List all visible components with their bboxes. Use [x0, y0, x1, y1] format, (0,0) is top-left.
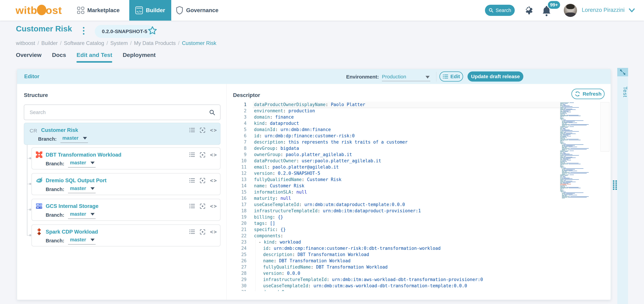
- code-minimap[interactable]: [560, 103, 600, 200]
- update-draft-release-button[interactable]: Update draft release: [468, 71, 523, 82]
- search-icon[interactable]: [209, 109, 216, 116]
- branch-select[interactable]: master: [68, 186, 96, 193]
- settings-button[interactable]: [523, 5, 534, 16]
- dbt-icon: [35, 151, 43, 158]
- code-line-11[interactable]: 11email: paolo.platter@agilelab.it: [226, 164, 611, 170]
- branch-select[interactable]: master: [60, 135, 88, 143]
- focus-target-icon[interactable]: [200, 203, 206, 209]
- code-line-7[interactable]: 7description: this represents the risk t…: [226, 139, 611, 145]
- line-number: 5: [226, 127, 250, 133]
- title-kebab-menu[interactable]: [82, 27, 85, 36]
- witboost-logo[interactable]: witbost: [16, 4, 62, 16]
- code-line-26[interactable]: 26name: DBT Transformation Workload: [226, 258, 611, 264]
- focus-target-icon[interactable]: [200, 127, 206, 133]
- code-line-16[interactable]: 16maturity: null: [226, 195, 611, 201]
- expand-arrows-icon: [619, 69, 626, 75]
- expand-panel-button[interactable]: [617, 68, 628, 76]
- structure-node-4[interactable]: Spark CDP Workload<>Branch:master: [32, 224, 220, 246]
- nav-item-marketplace[interactable]: Marketplace: [71, 0, 126, 21]
- code-line-8[interactable]: 8devGroup: bigdata: [226, 145, 611, 152]
- code-line-13[interactable]: 13fullyQualifiedName: Customer Risk: [226, 176, 611, 183]
- user-avatar[interactable]: [564, 4, 577, 17]
- nav-item-builder[interactable]: Builder: [129, 0, 171, 21]
- node-title[interactable]: DBT Transformation Workload: [46, 152, 121, 158]
- focus-target-icon[interactable]: [200, 152, 206, 158]
- code-line-30[interactable]: 30useCaseTemplateId: urn:dmb:utm:aws-wor…: [226, 283, 611, 289]
- branch-select[interactable]: master: [68, 160, 96, 167]
- favorite-star-icon[interactable]: [148, 26, 157, 35]
- chevron-down-icon[interactable]: [629, 8, 635, 12]
- details-list-icon[interactable]: [189, 177, 195, 184]
- code-line-25[interactable]: 25description: DBT Transformation Worklo…: [226, 252, 611, 258]
- line-number: 31: [226, 289, 250, 291]
- code-line-23[interactable]: 23- kind: workload: [226, 239, 611, 245]
- code-line-27[interactable]: 27fullyQualifiedName: DBT Transformation…: [226, 264, 611, 270]
- breadcrumb-item[interactable]: My Data Products: [134, 40, 176, 46]
- branch-select[interactable]: master: [68, 237, 96, 245]
- structure-node-2[interactable]: Dremio SQL Output Port<>Branch:master: [32, 173, 220, 195]
- code-line-5[interactable]: 5domainId: urn:dmb:dmn:finance: [226, 127, 611, 133]
- code-line-22[interactable]: 22components:: [226, 233, 611, 239]
- code-line-18[interactable]: 18infrastructureTemplateId: urn:dmb:itm:…: [226, 208, 611, 214]
- code-line-21[interactable]: 21specific: {}: [226, 226, 611, 233]
- details-list-icon[interactable]: [189, 229, 195, 235]
- code-line-31[interactable]: 31dependsOn:: [226, 289, 611, 291]
- code-line-19[interactable]: 19billing: {}: [226, 214, 611, 220]
- breadcrumb-item[interactable]: Builder: [41, 40, 58, 46]
- code-view-icon[interactable]: <>: [210, 229, 216, 235]
- node-title[interactable]: Dremio SQL Output Port: [46, 177, 106, 184]
- breadcrumb-item[interactable]: Customer Risk: [182, 40, 216, 46]
- node-title[interactable]: Customer Risk: [41, 127, 78, 133]
- node-title[interactable]: GCS Internal Storage: [46, 203, 98, 209]
- details-list-icon[interactable]: [189, 203, 195, 209]
- refresh-button[interactable]: Refresh: [572, 89, 604, 99]
- structure-search-input[interactable]: [30, 105, 206, 120]
- code-view-icon[interactable]: <>: [210, 127, 216, 133]
- descriptor-code-editor[interactable]: 1dataProductOwnerDisplayName: Paolo Plat…: [226, 102, 611, 291]
- code-view-icon[interactable]: <>: [210, 177, 216, 184]
- breadcrumb-item[interactable]: System: [110, 40, 128, 46]
- code-line-3[interactable]: 3domain: finance: [226, 114, 611, 120]
- structure-node-root[interactable]: CRCustomer Risk<>Branch:master: [24, 123, 220, 145]
- focus-target-icon[interactable]: [200, 177, 206, 184]
- nav-item-governance[interactable]: Governance: [170, 0, 224, 21]
- code-line-10[interactable]: 10dataProductOwner: user:paolo.platter_a…: [226, 158, 611, 164]
- test-panel-tab[interactable]: Test: [617, 80, 628, 104]
- tab-docs[interactable]: Docs: [52, 52, 66, 63]
- edit-button[interactable]: Edit: [440, 71, 463, 82]
- structure-node-3[interactable]: GCS Internal Storage<>Branch:master: [32, 199, 220, 221]
- code-line-14[interactable]: 14name: Customer Risk: [226, 183, 611, 189]
- environment-select[interactable]: Production: [382, 72, 430, 81]
- code-view-icon[interactable]: <>: [210, 203, 216, 209]
- tab-deployment[interactable]: Deployment: [123, 52, 156, 63]
- code-line-2[interactable]: 2environment: production: [226, 108, 611, 114]
- code-view-icon[interactable]: <>: [210, 152, 216, 158]
- code-line-29[interactable]: 29infrastructureTemplateId: urn:dmb:itm:…: [226, 277, 611, 283]
- editor-scrollbar[interactable]: [600, 102, 609, 152]
- structure-node-1[interactable]: DBT Transformation Workload<>Branch:mast…: [32, 148, 220, 169]
- tab-overview[interactable]: Overview: [16, 52, 42, 63]
- code-line-20[interactable]: 20tags: []: [226, 220, 611, 226]
- code-line-1[interactable]: 1dataProductOwnerDisplayName: Paolo Plat…: [226, 102, 611, 108]
- line-number: 19: [226, 214, 250, 220]
- code-line-12[interactable]: 12version: 0.2.0-SNAPSHOT-5: [226, 170, 611, 176]
- code-line-15[interactable]: 15informationSLA: null: [226, 189, 611, 195]
- breadcrumb-item[interactable]: witboost: [16, 40, 35, 46]
- code-line-6[interactable]: 6id: urn:dmb:dp:finance:customer-risk:0: [226, 133, 611, 139]
- breadcrumb-item[interactable]: Software Catalog: [64, 40, 104, 46]
- code-line-24[interactable]: 24id: urn:dmb:cmp:finance:customer-risk:…: [226, 245, 611, 252]
- branch-select[interactable]: master: [68, 211, 96, 219]
- tab-edit-and-test[interactable]: Edit and Test: [76, 52, 112, 63]
- code-line-28[interactable]: 28version: 0.0.0: [226, 270, 611, 277]
- editor-header-bar: Editor Environment: Production Edit Upda…: [17, 69, 611, 84]
- panel-resize-handle[interactable]: [613, 180, 617, 190]
- node-title[interactable]: Spark CDP Workload: [46, 229, 98, 235]
- user-name[interactable]: Lorenzo Pirazzini: [582, 7, 624, 13]
- search-button[interactable]: Search: [485, 5, 515, 16]
- details-list-icon[interactable]: [189, 127, 195, 133]
- code-line-4[interactable]: 4kind: dataproduct: [226, 120, 611, 127]
- details-list-icon[interactable]: [189, 152, 195, 158]
- code-line-17[interactable]: 17useCaseTemplateId: urn:dmb:utm:datapro…: [226, 201, 611, 208]
- focus-target-icon[interactable]: [200, 229, 206, 235]
- code-line-9[interactable]: 9ownerGroup: paolo.platter_agilelab.it: [226, 152, 611, 158]
